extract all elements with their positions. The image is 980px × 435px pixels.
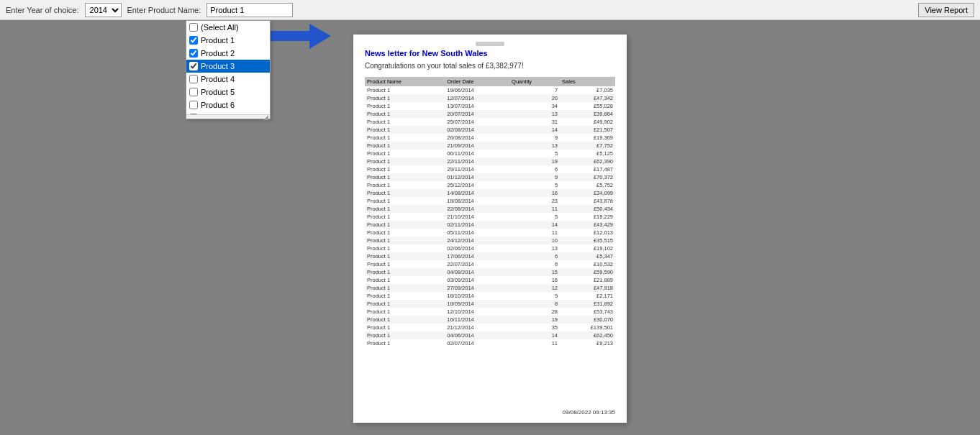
table-cell: 6	[509, 252, 560, 260]
table-cell: Product 1	[365, 173, 445, 181]
table-cell: 14	[509, 126, 560, 134]
table-cell: 15	[509, 268, 560, 276]
table-cell: 25/12/2014	[445, 181, 509, 189]
table-cell: 9	[509, 134, 560, 142]
table-cell: 05/11/2014	[445, 229, 509, 237]
table-cell: Product 1	[365, 268, 445, 276]
table-cell: Product 1	[365, 292, 445, 300]
table-cell: 23	[509, 197, 560, 205]
table-cell: 02/11/2014	[445, 221, 509, 229]
table-cell: 04/08/2014	[445, 268, 509, 276]
dropdown-item-label: Product 3	[201, 62, 235, 70]
dropdown-checkbox[interactable]	[189, 62, 198, 70]
table-cell: 18/08/2014	[445, 197, 509, 205]
year-label: Enter Year of choice:	[6, 6, 79, 14]
table-cell: £5,347	[560, 252, 615, 260]
table-cell: Product 1	[365, 110, 445, 118]
table-cell: 19/06/2014	[445, 86, 509, 94]
table-cell: Product 1	[365, 86, 445, 94]
table-row: Product 124/12/201410£35,515	[365, 237, 615, 244]
table-cell: £43,878	[560, 197, 615, 205]
table-cell: £62,450	[560, 331, 615, 339]
table-cell: 02/06/2014	[445, 244, 509, 252]
table-cell: £53,743	[560, 308, 615, 316]
table-row: Product 102/07/201411£9,213	[365, 339, 615, 347]
dropdown-checkbox[interactable]	[189, 114, 198, 114]
dropdown-checkbox[interactable]	[189, 75, 198, 83]
table-cell: £30,070	[560, 316, 615, 324]
table-row: Product 106/11/20145£5,125	[365, 150, 615, 157]
dropdown-item[interactable]: Product 3	[186, 60, 270, 73]
svg-marker-0	[266, 24, 331, 49]
dropdown-item-label: Product 2	[201, 49, 235, 58]
table-row: Product 102/06/201413£19,102	[365, 244, 615, 252]
table-cell: 12/10/2014	[445, 308, 509, 316]
table-cell: £47,918	[560, 284, 615, 292]
product-dropdown[interactable]: (Select All)Product 1Product 2Product 3P…	[186, 20, 271, 119]
table-cell: Product 1	[365, 94, 445, 102]
table-cell: £139,501	[560, 324, 615, 331]
table-cell: 01/12/2014	[445, 173, 509, 181]
table-cell: 27/09/2014	[445, 284, 509, 292]
table-row: Product 129/11/20146£17,487	[365, 165, 615, 173]
table-cell: 5	[509, 181, 560, 189]
product-input[interactable]	[207, 3, 293, 17]
table-row: Product 103/09/201416£21,889	[365, 276, 615, 284]
dropdown-item-label: Product 7	[201, 114, 235, 114]
dropdown-scrollable[interactable]: (Select All)Product 1Product 2Product 3P…	[186, 21, 270, 114]
dropdown-item[interactable]: Product 5	[186, 86, 270, 99]
table-cell: Product 1	[365, 260, 445, 268]
table-cell: £47,342	[560, 94, 615, 102]
table-cell: 35	[509, 324, 560, 331]
table-row: Product 112/07/201420£47,342	[365, 94, 615, 102]
table-header-row: Product NameOrder DateQuantitySales	[365, 77, 615, 86]
table-cell: Product 1	[365, 339, 445, 347]
table-cell: £35,515	[560, 237, 615, 244]
year-select[interactable]: 2014 2013 2015 2016	[85, 3, 122, 17]
table-cell: Product 1	[365, 118, 445, 126]
table-cell: 14	[509, 331, 560, 339]
table-row: Product 121/12/201435£139,501	[365, 324, 615, 331]
dropdown-item[interactable]: Product 2	[186, 47, 270, 60]
table-header-cell: Sales	[560, 77, 615, 86]
table-cell: 13	[509, 244, 560, 252]
table-cell: 6	[509, 165, 560, 173]
table-cell: £70,372	[560, 173, 615, 181]
report-table: Product NameOrder DateQuantitySales Prod…	[365, 77, 615, 347]
table-row: Product 122/11/201419£62,390	[365, 157, 615, 165]
table-row: Product 102/08/201414£21,507	[365, 126, 615, 134]
dropdown-checkbox[interactable]	[189, 101, 198, 109]
table-body: Product 119/06/20147£7,035Product 112/07…	[365, 86, 615, 347]
table-cell: Product 1	[365, 308, 445, 316]
dropdown-item[interactable]: Product 6	[186, 99, 270, 111]
dropdown-checkbox[interactable]	[189, 36, 198, 45]
dropdown-checkbox[interactable]	[189, 49, 198, 58]
table-cell: Product 1	[365, 181, 445, 189]
table-cell: Product 1	[365, 205, 445, 213]
table-cell: 02/07/2014	[445, 339, 509, 347]
table-cell: 7	[509, 86, 560, 94]
table-cell: 34	[509, 102, 560, 110]
table-cell: 26/08/2014	[445, 134, 509, 142]
table-cell: Product 1	[365, 316, 445, 324]
table-cell: 5	[509, 213, 560, 221]
table-cell: £55,028	[560, 102, 615, 110]
dropdown-item[interactable]: Product 1	[186, 34, 270, 47]
table-row: Product 102/11/201414£43,429	[365, 221, 615, 229]
dropdown-item[interactable]: (Select All)	[186, 21, 270, 34]
dropdown-checkbox[interactable]	[189, 23, 198, 32]
view-report-button[interactable]: View Report	[918, 3, 974, 17]
table-cell: 16	[509, 276, 560, 284]
dropdown-resize-handle[interactable]: ◢	[186, 114, 270, 119]
dropdown-checkbox[interactable]	[189, 88, 198, 96]
table-cell: Product 1	[365, 276, 445, 284]
dropdown-list: (Select All)Product 1Product 2Product 3P…	[186, 20, 271, 119]
table-cell: Product 1	[365, 189, 445, 197]
report-paper: News letter for New South Wales Congratu…	[353, 35, 627, 423]
table-cell: 22/11/2014	[445, 157, 509, 165]
table-cell: £21,507	[560, 126, 615, 134]
dropdown-item[interactable]: Product 4	[186, 73, 270, 86]
table-cell: Product 1	[365, 229, 445, 237]
table-row: Product 118/10/20149£2,171	[365, 292, 615, 300]
table-cell: 13	[509, 110, 560, 118]
